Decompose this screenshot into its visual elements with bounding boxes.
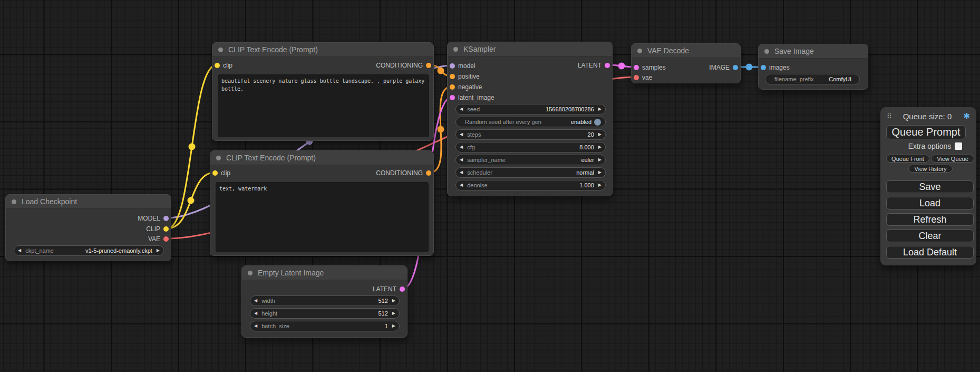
input-port-negative: negative xyxy=(448,83,482,91)
increment-icon[interactable]: ▶ xyxy=(598,158,601,162)
increment-icon[interactable]: ▶ xyxy=(392,311,395,316)
port-label: IMAGE xyxy=(709,64,730,71)
node-header[interactable]: KSampler xyxy=(448,42,612,56)
wire-midpoint-dot[interactable] xyxy=(746,64,753,71)
node-empty-latent-image[interactable]: Empty Latent Image LATENT ◀ width 512 ▶ … xyxy=(241,265,407,338)
decrement-icon[interactable]: ◀ xyxy=(460,145,463,149)
increment-icon[interactable]: ▶ xyxy=(598,170,601,175)
port-label: VAE xyxy=(148,235,160,243)
node-clip-text-encode-negative[interactable]: CLIP Text Encode (Prompt) clip CONDITION… xyxy=(210,150,434,256)
increment-icon[interactable]: ▶ xyxy=(392,324,395,328)
node-ksampler[interactable]: KSampler model positive negative latent_… xyxy=(447,42,613,196)
save-button[interactable]: Save xyxy=(886,180,974,193)
wire-midpoint-dot[interactable] xyxy=(618,63,625,70)
increment-icon[interactable]: ▶ xyxy=(598,183,601,187)
cfg-widget[interactable]: ◀ cfg 8.000 ▶ xyxy=(455,142,606,152)
queue-prompt-button[interactable]: Queue Prompt xyxy=(886,125,966,139)
load-default-button[interactable]: Load Default xyxy=(886,246,974,259)
random-seed-toggle-widget[interactable]: Random seed after every gen enabled xyxy=(455,117,606,127)
node-header[interactable]: CLIP Text Encode (Prompt) xyxy=(210,151,433,165)
widget-label: Random seed after every gen xyxy=(465,119,541,125)
node-header[interactable]: VAE Decode xyxy=(632,44,740,58)
port-dot-clip[interactable] xyxy=(163,226,169,232)
ckpt-name-widget[interactable]: ◀ ckpt_name v1-5-pruned-emaonly.ckpt ▶ xyxy=(14,245,164,256)
wire-midpoint-dot[interactable] xyxy=(188,197,195,204)
node-header[interactable]: Empty Latent Image xyxy=(242,266,407,280)
clear-button[interactable]: Clear xyxy=(886,230,974,242)
port-dot-conditioning[interactable] xyxy=(450,74,455,79)
settings-gear-icon[interactable]: ✱ xyxy=(963,111,970,121)
port-dot-vae[interactable] xyxy=(163,236,169,242)
decrement-icon[interactable]: ◀ xyxy=(460,132,463,137)
scheduler-widget[interactable]: ◀ scheduler normal ▶ xyxy=(455,167,606,178)
node-header[interactable]: CLIP Text Encode (Prompt) xyxy=(212,43,433,57)
load-button[interactable]: Load xyxy=(886,197,974,209)
prompt-textarea[interactable]: beautiful scenery nature glass bottle la… xyxy=(218,74,429,137)
collapse-dot-icon[interactable] xyxy=(218,47,223,52)
wire-midpoint-dot[interactable] xyxy=(438,68,444,74)
width-widget[interactable]: ◀ width 512 ▶ xyxy=(250,295,400,306)
view-queue-button[interactable]: View Queue xyxy=(931,155,974,163)
node-load-checkpoint[interactable]: Load Checkpoint MODEL CLIP VAE ◀ ckpt_na… xyxy=(5,194,171,261)
increment-icon[interactable]: ▶ xyxy=(598,107,601,111)
increment-icon[interactable]: ▶ xyxy=(598,132,601,137)
node-clip-text-encode-positive[interactable]: CLIP Text Encode (Prompt) clip CONDITION… xyxy=(212,42,434,141)
queue-front-button[interactable]: Queue Front xyxy=(886,155,929,163)
wire-midpoint-dot[interactable] xyxy=(189,144,196,150)
port-dot-model[interactable] xyxy=(450,63,455,69)
port-dot-model[interactable] xyxy=(163,216,169,221)
collapse-dot-icon[interactable] xyxy=(764,49,769,54)
prompt-textarea[interactable]: text, watermark xyxy=(216,182,429,252)
view-history-button[interactable]: View History xyxy=(908,165,953,173)
increment-icon[interactable]: ▶ xyxy=(392,299,395,303)
toggle-dot-icon[interactable] xyxy=(594,119,601,126)
decrement-icon[interactable]: ◀ xyxy=(254,324,257,328)
increment-icon[interactable]: ▶ xyxy=(598,145,601,149)
port-dot-vae[interactable] xyxy=(634,75,639,80)
port-label: latent_image xyxy=(458,94,494,101)
batch-size-widget[interactable]: ◀ batch_size 1 ▶ xyxy=(250,321,400,331)
denoise-widget[interactable]: ◀ denoise 1.000 ▶ xyxy=(455,180,606,190)
port-label: LATENT xyxy=(578,62,601,69)
steps-widget[interactable]: ◀ steps 20 ▶ xyxy=(455,129,606,140)
decrement-icon[interactable]: ◀ xyxy=(460,183,463,187)
port-dot-latent[interactable] xyxy=(450,95,455,100)
sampler-name-widget[interactable]: ◀ sampler_name euler ▶ xyxy=(455,155,606,165)
wire-midpoint-dot[interactable] xyxy=(438,126,444,133)
port-dot-clip[interactable] xyxy=(212,170,218,176)
collapse-dot-icon[interactable] xyxy=(248,271,253,275)
node-save-image[interactable]: Save Image images filename_prefix ComfyU… xyxy=(758,44,868,90)
node-header[interactable]: Load Checkpoint xyxy=(6,195,171,209)
node-header[interactable]: Save Image xyxy=(759,44,868,59)
port-dot-image[interactable] xyxy=(733,65,738,70)
decrement-icon[interactable]: ◀ xyxy=(460,107,463,111)
extra-options-checkbox[interactable] xyxy=(955,142,962,150)
port-dot-conditioning[interactable] xyxy=(426,63,431,68)
collapse-dot-icon[interactable] xyxy=(637,49,642,53)
increment-icon[interactable]: ▶ xyxy=(157,249,160,253)
port-dot-latent[interactable] xyxy=(605,63,610,68)
port-dot-latent[interactable] xyxy=(400,287,405,292)
port-dot-latent[interactable] xyxy=(634,65,639,70)
decrement-icon[interactable]: ◀ xyxy=(254,311,257,316)
collapse-dot-icon[interactable] xyxy=(12,199,16,204)
port-dot-clip[interactable] xyxy=(215,63,220,68)
decrement-icon[interactable]: ◀ xyxy=(460,170,463,175)
decrement-icon[interactable]: ◀ xyxy=(460,158,463,162)
decrement-icon[interactable]: ◀ xyxy=(254,299,257,303)
drag-handle-icon[interactable]: ⠿ xyxy=(887,112,891,120)
widget-label: batch_size xyxy=(261,323,289,329)
collapse-dot-icon[interactable] xyxy=(216,156,221,160)
port-dot-conditioning[interactable] xyxy=(450,84,455,90)
node-vae-decode[interactable]: VAE Decode samples vae IMAGE xyxy=(631,43,741,83)
refresh-button[interactable]: Refresh xyxy=(886,213,974,226)
seed-widget[interactable]: ◀ seed 156680208700286 ▶ xyxy=(455,104,606,115)
port-dot-image[interactable] xyxy=(761,65,766,70)
output-port-image: IMAGE xyxy=(709,63,740,72)
widget-value: 1.000 xyxy=(579,182,594,188)
port-dot-conditioning[interactable] xyxy=(426,170,431,176)
decrement-icon[interactable]: ◀ xyxy=(18,249,21,253)
height-widget[interactable]: ◀ height 512 ▶ xyxy=(250,308,400,319)
collapse-dot-icon[interactable] xyxy=(453,47,458,52)
filename-prefix-widget[interactable]: filename_prefix ComfyUI xyxy=(765,74,860,84)
